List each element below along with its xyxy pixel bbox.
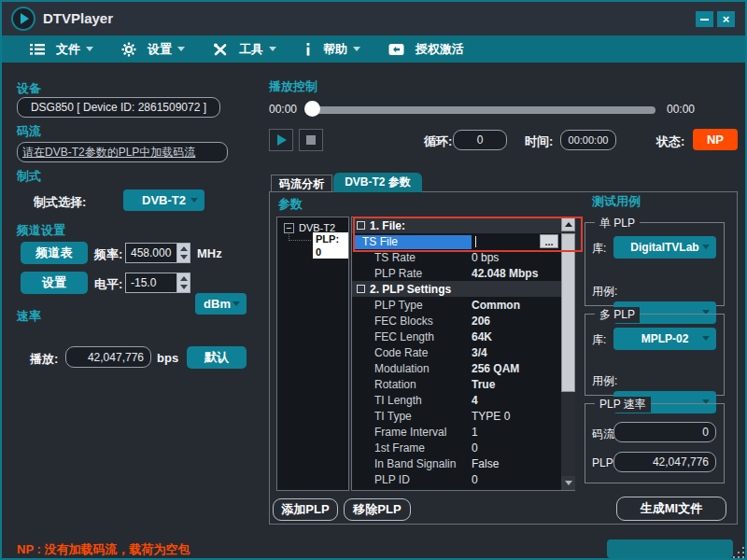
param-name: Frame Interval <box>352 426 472 439</box>
resize-grip[interactable] <box>733 547 746 560</box>
menu-item-帮助[interactable]: 帮助 <box>304 41 360 58</box>
library-label: 库: <box>592 332 606 348</box>
param-row-fec-length[interactable]: FEC Length64K <box>352 329 561 344</box>
param-row-fec-blocks[interactable]: FEC Blocks206 <box>352 313 561 329</box>
param-value: 1 <box>472 426 478 439</box>
menu-item-授权激活[interactable]: 授权激活 <box>388 41 464 58</box>
param-row-ts-file[interactable]: TS File... <box>352 233 561 249</box>
loop-field[interactable]: 0 <box>453 130 507 150</box>
param-row-2-plp-settings[interactable]: 2. PLP Settings <box>352 281 561 297</box>
stream-hint-field: 请在DVB-T2参数的PLP中加载码流 <box>17 142 228 162</box>
menu-item-设置[interactable]: 设置 <box>121 41 185 58</box>
param-row-plp-rate[interactable]: PLP Rate42.048 Mbps <box>352 265 561 281</box>
play-button[interactable] <box>269 129 293 151</box>
level-spinner[interactable]: -15.0 <box>125 273 190 293</box>
play-rate-field[interactable]: 42,047,776 <box>65 346 151 368</box>
param-row-in-band-signalin[interactable]: In Band SignalinFalse <box>352 455 561 471</box>
info-icon <box>304 42 317 57</box>
menu-item-label: 授权激活 <box>416 41 464 58</box>
frequency-spinner[interactable]: 458.000 <box>125 243 190 263</box>
browse-button[interactable]: ... <box>540 234 558 248</box>
progress-bar <box>607 539 733 558</box>
minimize-button[interactable] <box>696 11 713 27</box>
time-field[interactable]: 00:00:00 <box>560 130 616 150</box>
default-button[interactable]: 默认 <box>187 346 247 369</box>
device-id-field: DSG850 [ Device ID: 2861509072 ] <box>17 97 220 118</box>
multi-plp-library-dropdown[interactable]: MPLP-02 <box>613 328 716 350</box>
param-value: 206 <box>472 315 490 328</box>
usecase-label: 用例: <box>592 373 617 389</box>
tree-node-plp0[interactable]: PLP: 0 <box>313 232 348 259</box>
table-scrollbar[interactable] <box>561 217 575 490</box>
param-name: 1st Frame <box>352 441 472 455</box>
checkbox-icon[interactable] <box>357 285 365 293</box>
chevron-down-icon <box>86 47 93 51</box>
tab-stream-analysis[interactable]: 码流分析 <box>271 175 332 192</box>
loop-label: 循环: <box>424 133 452 150</box>
menu-item-工具[interactable]: 工具 <box>213 41 276 58</box>
generate-mi-button[interactable]: 生成MI文件 <box>616 497 726 521</box>
spinner-arrows-icon[interactable] <box>176 273 190 292</box>
stream-rate-field[interactable]: 0 <box>613 422 716 442</box>
device-header: 设备 <box>17 80 41 97</box>
set-button[interactable]: 设置 <box>21 272 88 294</box>
text-cursor <box>475 236 476 247</box>
param-row-frame-interval[interactable]: Frame Interval1 <box>352 424 561 440</box>
standard-select-label: 制式选择: <box>34 194 86 211</box>
rate-header: 速率 <box>17 308 41 325</box>
param-row-rotation[interactable]: RotationTrue <box>352 376 561 392</box>
test-cases-header: 测试用例 <box>592 193 641 210</box>
chevron-down-icon <box>269 47 276 51</box>
param-value: 42.048 Mbps <box>472 267 538 280</box>
multi-plp-title: 多 PLP <box>595 307 640 323</box>
scroll-up-icon[interactable] <box>561 217 575 231</box>
close-button[interactable]: × <box>717 11 735 27</box>
seek-slider-track[interactable] <box>306 106 655 114</box>
menu-item-label: 工具 <box>239 41 263 58</box>
spinner-arrows-icon[interactable] <box>176 244 190 262</box>
param-row-ts-rate[interactable]: TS Rate0 bps <box>352 249 561 265</box>
param-row-modulation[interactable]: Modulation256 QAM <box>352 360 561 376</box>
level-unit-dropdown[interactable]: dBm <box>195 293 247 315</box>
remove-plp-button[interactable]: 移除PLP <box>344 498 411 521</box>
tab-dvbt2-params[interactable]: DVB-T2 参数 <box>333 173 422 192</box>
add-plp-button[interactable]: 添加PLP <box>273 498 338 521</box>
param-row-ti-type[interactable]: TI TypeTYPE 0 <box>352 408 561 424</box>
stop-button[interactable] <box>299 129 323 151</box>
stream-header: 码流 <box>17 123 41 140</box>
param-name: In Band Signalin <box>352 457 472 470</box>
param-row-1st-frame[interactable]: 1st Frame0 <box>352 440 561 455</box>
play-icon <box>277 134 287 146</box>
elapsed-time: 00:00 <box>269 103 297 116</box>
standard-dropdown[interactable]: DVB-T2 <box>123 189 204 211</box>
menu-item-label: 帮助 <box>323 41 347 58</box>
param-name: FEC Blocks <box>352 315 472 328</box>
frequency-unit: MHz <box>197 246 222 260</box>
status-badge: NP <box>693 129 738 150</box>
scrollbar-thumb[interactable] <box>561 233 575 392</box>
channel-table-button[interactable]: 频道表 <box>21 242 88 264</box>
dtvplayer-window: DTVPlayer × 文件设置工具帮助授权激活 设备 DSG850 [ Dev… <box>0 0 747 560</box>
single-plp-group: 单 PLP 库: DigitalTVLab 用例: <box>585 222 725 306</box>
level-label: 电平: <box>94 276 122 293</box>
param-group-label: 2. PLP Settings <box>370 283 451 296</box>
param-row-1-file-[interactable]: 1. File: <box>352 217 561 233</box>
menu-item-label: 文件 <box>56 41 80 58</box>
menu-bar: 文件设置工具帮助授权激活 <box>2 35 745 63</box>
param-row-ti-length[interactable]: TI Length4 <box>352 392 561 408</box>
param-row-plp-type[interactable]: PLP TypeCommon <box>352 297 561 313</box>
seek-slider-thumb[interactable] <box>304 101 320 117</box>
channel-settings-header: 频道设置 <box>17 222 65 239</box>
single-plp-library-dropdown[interactable]: DigitalTVLab <box>613 236 716 259</box>
menu-item-文件[interactable]: 文件 <box>30 41 93 58</box>
tree-collapse-icon[interactable]: − <box>284 223 294 233</box>
license-icon <box>388 42 410 56</box>
param-row-code-rate[interactable]: Code Rate3/4 <box>352 344 561 360</box>
plp-rate-title: PLP 速率 <box>595 397 651 413</box>
param-row-plp-id[interactable]: PLP ID0 <box>352 471 561 487</box>
checkbox-icon[interactable] <box>357 221 365 230</box>
param-name: Code Rate <box>352 346 472 359</box>
plp-rate-field[interactable]: 42,047,776 <box>613 452 716 472</box>
scroll-down-icon[interactable] <box>561 476 575 490</box>
param-name: TS Rate <box>352 251 472 264</box>
